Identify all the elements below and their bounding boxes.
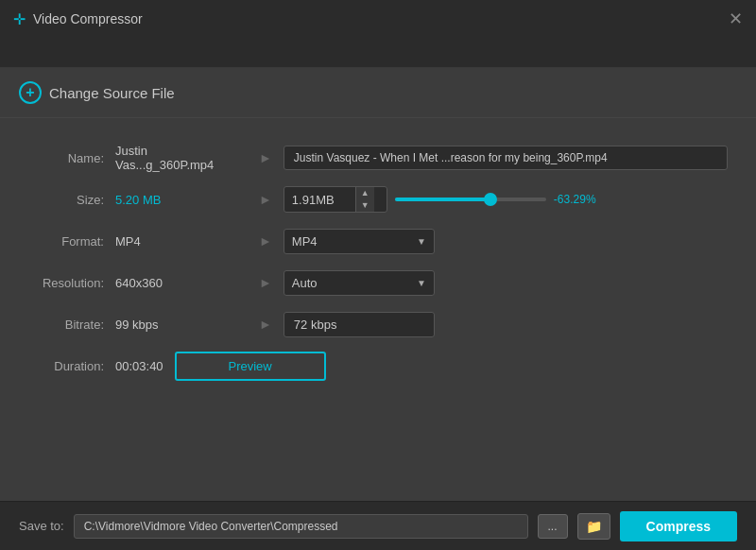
size-controls: ▲ ▼ -63.29% [284, 186, 728, 213]
resolution-row: Resolution: 640x360 ► Auto ▼ [28, 262, 728, 303]
save-path-input[interactable] [74, 514, 528, 539]
resolution-dropdown-arrow-icon: ▼ [417, 278, 426, 288]
format-row: Format: MP4 ► MP4 ▼ [28, 220, 728, 262]
duration-row: Duration: 00:03:40 Preview [28, 345, 728, 387]
resolution-label: Resolution: [28, 276, 104, 290]
close-button[interactable]: ✕ [729, 10, 743, 27]
bottom-bar: Save to: ... 📁 Compress [0, 501, 756, 550]
spinner-buttons: ▲ ▼ [355, 187, 374, 212]
name-label: Name: [28, 151, 104, 165]
compress-button[interactable]: Compress [620, 511, 737, 541]
name-row: Name: Justin Vas...g_360P.mp4 ► [28, 137, 728, 179]
add-icon: + [19, 81, 42, 104]
nav-area [0, 38, 756, 68]
name-output[interactable] [284, 146, 728, 170]
bitrate-input[interactable] [284, 312, 435, 337]
title-bar: ✛ Video Compressor ✕ [0, 0, 756, 38]
slider-thumb [484, 193, 497, 206]
form-area: Name: Justin Vas...g_360P.mp4 ► Size: 5.… [0, 118, 756, 501]
browse-button[interactable]: ... [538, 514, 568, 539]
format-value: MP4 [292, 234, 417, 249]
bitrate-arrow-icon: ► [259, 317, 272, 332]
resolution-arrow-icon: ► [259, 275, 272, 290]
source-file-bar: + Change Source File [0, 68, 756, 118]
name-original: Justin Vas...g_360P.mp4 [115, 144, 248, 172]
format-dropdown-arrow-icon: ▼ [417, 236, 426, 247]
size-percent: -63.29% [554, 193, 596, 206]
resolution-original: 640x360 [115, 276, 248, 290]
duration-controls: 00:03:40 Preview [115, 352, 728, 381]
title-bar-left: ✛ Video Compressor [13, 10, 143, 28]
bitrate-original: 99 kbps [115, 318, 248, 332]
folder-icon: 📁 [586, 519, 602, 534]
change-source-button[interactable]: + Change Source File [19, 81, 175, 104]
size-slider-container: -63.29% [395, 193, 728, 206]
preview-button[interactable]: Preview [175, 352, 326, 381]
app-icon: ✛ [13, 10, 26, 28]
resolution-value: Auto [292, 276, 417, 290]
size-row: Size: 5.20 MB ► ▲ ▼ -63.29% [28, 179, 728, 220]
resolution-dropdown[interactable]: Auto ▼ [284, 270, 435, 296]
format-dropdown[interactable]: MP4 ▼ [284, 229, 435, 254]
duration-label: Duration: [28, 359, 104, 373]
bitrate-row: Bitrate: 99 kbps ► [28, 303, 728, 345]
change-source-label: Change Source File [49, 85, 175, 101]
format-label: Format: [28, 234, 104, 249]
main-content: + Change Source File Name: Justin Vas...… [0, 68, 756, 501]
size-slider-track[interactable] [395, 198, 546, 201]
size-original: 5.20 MB [115, 193, 248, 207]
size-arrow-icon: ► [259, 192, 272, 207]
slider-fill [395, 198, 490, 201]
app-title: Video Compressor [33, 11, 143, 26]
size-input[interactable] [284, 188, 355, 212]
size-spinner[interactable]: ▲ ▼ [284, 186, 387, 213]
open-folder-button[interactable]: 📁 [577, 513, 610, 540]
spinner-down[interactable]: ▼ [356, 199, 374, 212]
name-arrow-icon: ► [259, 150, 272, 165]
format-arrow-icon: ► [259, 233, 272, 249]
spinner-up[interactable]: ▲ [356, 187, 374, 199]
duration-value: 00:03:40 [115, 359, 163, 373]
size-label: Size: [28, 193, 104, 207]
save-to-label: Save to: [19, 519, 64, 533]
bitrate-label: Bitrate: [28, 318, 104, 332]
format-original: MP4 [115, 234, 248, 249]
